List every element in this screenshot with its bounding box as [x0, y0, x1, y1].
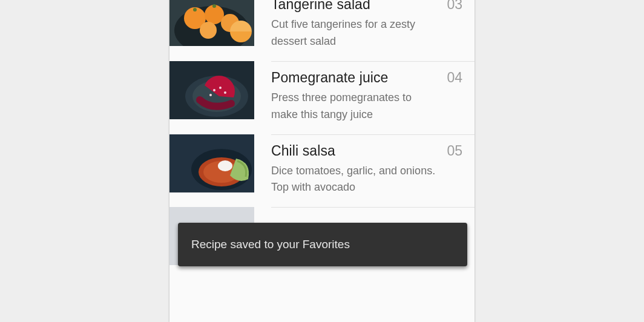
- svg-point-6: [193, 8, 197, 12]
- recipe-index: 05: [447, 143, 462, 159]
- recipe-content: Pomegranate juice 04 Press three pomegra…: [254, 61, 475, 134]
- svg-point-19: [218, 160, 232, 171]
- snackbar[interactable]: Recipe saved to your Favorites: [178, 223, 467, 266]
- recipe-title: Tangerine salad: [271, 0, 370, 13]
- recipe-thumbnail: [169, 134, 254, 192]
- recipe-row[interactable]: Pomegranate juice 04 Press three pomegra…: [169, 61, 475, 134]
- svg-point-11: [213, 89, 215, 91]
- recipe-index: 03: [447, 0, 462, 13]
- app-viewport: Tangerine salad 03 Cut five tangerines f…: [169, 0, 475, 322]
- svg-point-14: [209, 94, 212, 96]
- recipe-row[interactable]: Tangerine salad 03 Cut five tangerines f…: [169, 0, 475, 61]
- recipe-title: Chili salsa: [271, 143, 335, 159]
- svg-point-12: [219, 87, 222, 89]
- recipe-content: Tangerine salad 03 Cut five tangerines f…: [254, 0, 475, 61]
- recipe-index: 04: [447, 70, 462, 86]
- recipe-thumbnail: [169, 0, 254, 46]
- recipe-description: Dice tomatoes, garlic, and onions. Top w…: [271, 163, 441, 197]
- recipe-description: Press three pomegranates to make this ta…: [271, 90, 441, 123]
- recipe-title: Pomegranate juice: [271, 70, 388, 86]
- svg-point-5: [200, 22, 217, 39]
- snackbar-message: Recipe saved to your Favorites: [191, 238, 350, 251]
- svg-point-13: [224, 91, 226, 94]
- recipe-content: Chili salsa 05 Dice tomatoes, garlic, an…: [254, 134, 475, 208]
- recipe-row[interactable]: Chili salsa 05 Dice tomatoes, garlic, an…: [169, 134, 475, 208]
- svg-point-7: [212, 4, 216, 8]
- recipe-thumbnail: [169, 61, 254, 119]
- recipe-description: Cut five tangerines for a zesty dessert …: [271, 16, 441, 50]
